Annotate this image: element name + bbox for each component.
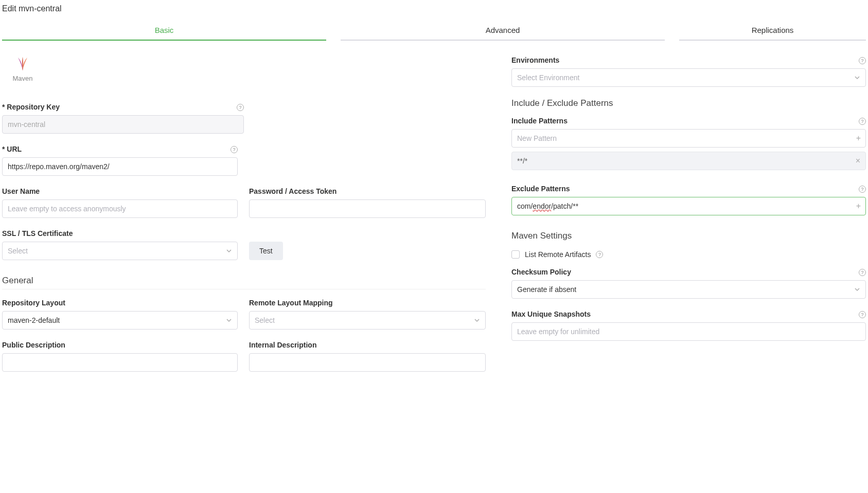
help-icon[interactable]: ?	[596, 251, 603, 258]
test-button[interactable]: Test	[249, 242, 283, 260]
checksum-label: Checksum Policy	[511, 268, 866, 276]
repo-layout-value: maven-2-default	[8, 316, 60, 324]
public-desc-label: Public Description	[2, 341, 238, 349]
max-snapshots-input[interactable]	[511, 322, 866, 341]
help-icon[interactable]: ?	[859, 57, 866, 64]
environments-label: Environments	[511, 56, 866, 64]
environments-select[interactable]: Select Environment	[511, 68, 866, 87]
plus-icon[interactable]: +	[856, 134, 861, 142]
ssl-select[interactable]: Select	[2, 242, 238, 260]
list-remote-checkbox[interactable]	[511, 250, 520, 259]
checksum-value: Generate if absent	[517, 285, 576, 294]
environments-placeholder: Select Environment	[517, 74, 579, 82]
url-input[interactable]	[2, 157, 238, 176]
username-label: User Name	[2, 187, 238, 195]
remote-mapping-select[interactable]: Select	[249, 311, 486, 330]
help-icon[interactable]: ?	[237, 104, 244, 111]
public-desc-input[interactable]	[2, 353, 238, 372]
password-label: Password / Access Token	[249, 187, 486, 195]
page-title: Edit mvn-central	[2, 4, 866, 13]
chevron-down-icon	[226, 248, 232, 254]
password-input[interactable]	[249, 199, 486, 218]
list-remote-label: List Remote Artifacts	[525, 250, 591, 259]
include-pattern-input[interactable]	[511, 129, 866, 148]
help-icon[interactable]: ?	[859, 269, 866, 276]
remove-pattern-icon[interactable]: ×	[856, 157, 860, 165]
patterns-section-heading: Include / Exclude Patterns	[511, 98, 866, 112]
tab-advanced[interactable]: Advanced	[341, 21, 665, 41]
maven-icon	[15, 56, 30, 71]
internal-desc-input[interactable]	[249, 353, 486, 372]
repo-layout-label: Repository Layout	[2, 299, 238, 307]
chevron-down-icon	[226, 317, 232, 323]
include-pattern-value: **/*	[517, 157, 527, 165]
tab-replications[interactable]: Replications	[679, 21, 866, 41]
exclude-pattern-input[interactable]: com/endor/patch/**	[511, 197, 866, 215]
maven-settings-heading: Maven Settings	[511, 231, 866, 244]
general-section-heading: General	[2, 276, 486, 289]
repo-key-input[interactable]	[2, 115, 244, 134]
help-icon[interactable]: ?	[859, 186, 866, 193]
tab-bar: Basic Advanced Replications	[2, 21, 866, 41]
ssl-placeholder: Select	[8, 247, 28, 255]
help-icon[interactable]: ?	[859, 118, 866, 125]
max-snapshots-label: Max Unique Snapshots	[511, 310, 866, 318]
exclude-patterns-label: Exclude Patterns	[511, 185, 866, 193]
remote-mapping-label: Remote Layout Mapping	[249, 299, 486, 307]
help-icon[interactable]: ?	[231, 146, 238, 153]
repo-layout-select[interactable]: maven-2-default	[2, 311, 238, 330]
repo-key-label: * Repository Key	[2, 103, 244, 111]
remote-mapping-placeholder: Select	[255, 316, 275, 324]
package-type-card: Maven	[7, 56, 38, 82]
include-patterns-label: Include Patterns	[511, 117, 866, 125]
chevron-down-icon	[854, 286, 860, 293]
ssl-label: SSL / TLS Certificate	[2, 229, 238, 238]
include-pattern-chip: **/* ×	[511, 152, 866, 170]
help-icon[interactable]: ?	[859, 311, 866, 318]
checksum-select[interactable]: Generate if absent	[511, 280, 866, 299]
url-label: * URL	[2, 145, 238, 153]
username-input[interactable]	[2, 199, 238, 218]
internal-desc-label: Internal Description	[249, 341, 486, 349]
chevron-down-icon	[854, 75, 860, 81]
plus-icon[interactable]: +	[856, 202, 861, 210]
package-type-label: Maven	[7, 75, 38, 82]
tab-basic[interactable]: Basic	[2, 21, 326, 41]
chevron-down-icon	[474, 317, 480, 323]
